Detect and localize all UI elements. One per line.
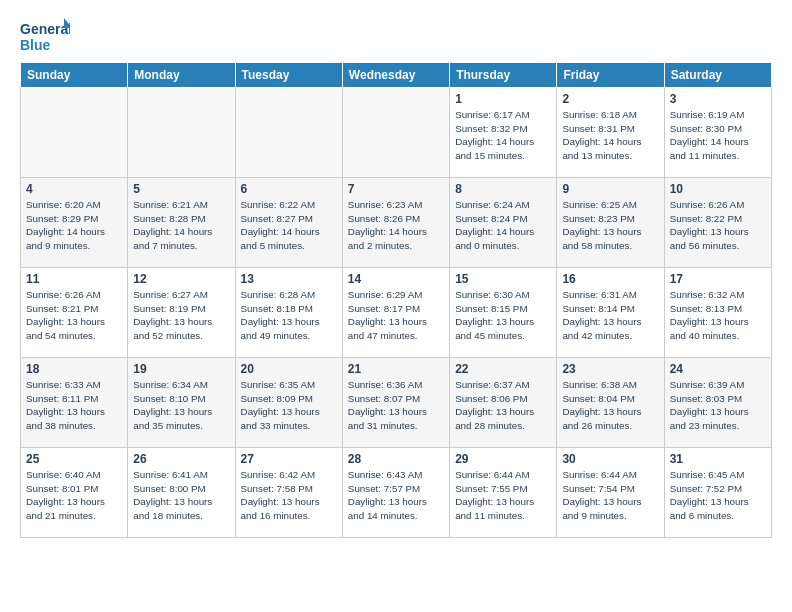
calendar-week-row: 1Sunrise: 6:17 AM Sunset: 8:32 PM Daylig… [21,88,772,178]
calendar-cell: 14Sunrise: 6:29 AM Sunset: 8:17 PM Dayli… [342,268,449,358]
calendar-cell: 27Sunrise: 6:42 AM Sunset: 7:58 PM Dayli… [235,448,342,538]
column-header-sunday: Sunday [21,63,128,88]
day-info: Sunrise: 6:24 AM Sunset: 8:24 PM Dayligh… [455,198,551,253]
day-info: Sunrise: 6:38 AM Sunset: 8:04 PM Dayligh… [562,378,658,433]
day-info: Sunrise: 6:25 AM Sunset: 8:23 PM Dayligh… [562,198,658,253]
day-number: 10 [670,182,766,196]
day-info: Sunrise: 6:28 AM Sunset: 8:18 PM Dayligh… [241,288,337,343]
day-info: Sunrise: 6:27 AM Sunset: 8:19 PM Dayligh… [133,288,229,343]
day-number: 12 [133,272,229,286]
day-info: Sunrise: 6:29 AM Sunset: 8:17 PM Dayligh… [348,288,444,343]
calendar-cell: 7Sunrise: 6:23 AM Sunset: 8:26 PM Daylig… [342,178,449,268]
logo-svg: General Blue [20,16,70,56]
calendar-cell: 22Sunrise: 6:37 AM Sunset: 8:06 PM Dayli… [450,358,557,448]
calendar-cell: 2Sunrise: 6:18 AM Sunset: 8:31 PM Daylig… [557,88,664,178]
calendar-cell: 21Sunrise: 6:36 AM Sunset: 8:07 PM Dayli… [342,358,449,448]
calendar-cell: 24Sunrise: 6:39 AM Sunset: 8:03 PM Dayli… [664,358,771,448]
calendar-cell: 3Sunrise: 6:19 AM Sunset: 8:30 PM Daylig… [664,88,771,178]
calendar-cell: 18Sunrise: 6:33 AM Sunset: 8:11 PM Dayli… [21,358,128,448]
day-info: Sunrise: 6:33 AM Sunset: 8:11 PM Dayligh… [26,378,122,433]
calendar-cell: 31Sunrise: 6:45 AM Sunset: 7:52 PM Dayli… [664,448,771,538]
calendar-cell [342,88,449,178]
calendar-week-row: 11Sunrise: 6:26 AM Sunset: 8:21 PM Dayli… [21,268,772,358]
day-number: 21 [348,362,444,376]
column-header-saturday: Saturday [664,63,771,88]
day-number: 7 [348,182,444,196]
calendar-cell [128,88,235,178]
day-number: 30 [562,452,658,466]
svg-text:Blue: Blue [20,37,51,53]
day-number: 9 [562,182,658,196]
day-info: Sunrise: 6:18 AM Sunset: 8:31 PM Dayligh… [562,108,658,163]
day-number: 4 [26,182,122,196]
day-number: 27 [241,452,337,466]
day-info: Sunrise: 6:42 AM Sunset: 7:58 PM Dayligh… [241,468,337,523]
day-number: 31 [670,452,766,466]
day-number: 15 [455,272,551,286]
day-info: Sunrise: 6:26 AM Sunset: 8:22 PM Dayligh… [670,198,766,253]
calendar-cell: 20Sunrise: 6:35 AM Sunset: 8:09 PM Dayli… [235,358,342,448]
day-number: 5 [133,182,229,196]
day-number: 26 [133,452,229,466]
column-header-wednesday: Wednesday [342,63,449,88]
calendar-cell [21,88,128,178]
calendar-cell: 5Sunrise: 6:21 AM Sunset: 8:28 PM Daylig… [128,178,235,268]
calendar-cell: 25Sunrise: 6:40 AM Sunset: 8:01 PM Dayli… [21,448,128,538]
calendar-cell: 17Sunrise: 6:32 AM Sunset: 8:13 PM Dayli… [664,268,771,358]
day-info: Sunrise: 6:26 AM Sunset: 8:21 PM Dayligh… [26,288,122,343]
page-header: General Blue [20,16,772,56]
svg-text:General: General [20,21,70,37]
day-info: Sunrise: 6:32 AM Sunset: 8:13 PM Dayligh… [670,288,766,343]
calendar-cell: 26Sunrise: 6:41 AM Sunset: 8:00 PM Dayli… [128,448,235,538]
column-header-thursday: Thursday [450,63,557,88]
day-info: Sunrise: 6:21 AM Sunset: 8:28 PM Dayligh… [133,198,229,253]
day-number: 11 [26,272,122,286]
day-info: Sunrise: 6:23 AM Sunset: 8:26 PM Dayligh… [348,198,444,253]
day-info: Sunrise: 6:20 AM Sunset: 8:29 PM Dayligh… [26,198,122,253]
logo: General Blue [20,16,70,56]
calendar-cell: 29Sunrise: 6:44 AM Sunset: 7:55 PM Dayli… [450,448,557,538]
calendar-cell: 9Sunrise: 6:25 AM Sunset: 8:23 PM Daylig… [557,178,664,268]
day-number: 22 [455,362,551,376]
day-info: Sunrise: 6:36 AM Sunset: 8:07 PM Dayligh… [348,378,444,433]
day-number: 20 [241,362,337,376]
day-info: Sunrise: 6:39 AM Sunset: 8:03 PM Dayligh… [670,378,766,433]
calendar-week-row: 25Sunrise: 6:40 AM Sunset: 8:01 PM Dayli… [21,448,772,538]
day-info: Sunrise: 6:31 AM Sunset: 8:14 PM Dayligh… [562,288,658,343]
calendar-cell: 19Sunrise: 6:34 AM Sunset: 8:10 PM Dayli… [128,358,235,448]
day-number: 18 [26,362,122,376]
day-number: 16 [562,272,658,286]
calendar-cell: 4Sunrise: 6:20 AM Sunset: 8:29 PM Daylig… [21,178,128,268]
day-number: 28 [348,452,444,466]
day-info: Sunrise: 6:34 AM Sunset: 8:10 PM Dayligh… [133,378,229,433]
day-info: Sunrise: 6:22 AM Sunset: 8:27 PM Dayligh… [241,198,337,253]
day-number: 25 [26,452,122,466]
day-number: 19 [133,362,229,376]
day-info: Sunrise: 6:45 AM Sunset: 7:52 PM Dayligh… [670,468,766,523]
day-number: 1 [455,92,551,106]
column-header-friday: Friday [557,63,664,88]
day-number: 6 [241,182,337,196]
calendar-cell: 8Sunrise: 6:24 AM Sunset: 8:24 PM Daylig… [450,178,557,268]
calendar-cell: 6Sunrise: 6:22 AM Sunset: 8:27 PM Daylig… [235,178,342,268]
calendar-cell: 16Sunrise: 6:31 AM Sunset: 8:14 PM Dayli… [557,268,664,358]
day-number: 29 [455,452,551,466]
day-info: Sunrise: 6:41 AM Sunset: 8:00 PM Dayligh… [133,468,229,523]
day-info: Sunrise: 6:19 AM Sunset: 8:30 PM Dayligh… [670,108,766,163]
day-number: 8 [455,182,551,196]
calendar-week-row: 18Sunrise: 6:33 AM Sunset: 8:11 PM Dayli… [21,358,772,448]
calendar-cell: 28Sunrise: 6:43 AM Sunset: 7:57 PM Dayli… [342,448,449,538]
calendar-body: 1Sunrise: 6:17 AM Sunset: 8:32 PM Daylig… [21,88,772,538]
day-number: 14 [348,272,444,286]
column-header-monday: Monday [128,63,235,88]
calendar-header-row: SundayMondayTuesdayWednesdayThursdayFrid… [21,63,772,88]
day-info: Sunrise: 6:44 AM Sunset: 7:55 PM Dayligh… [455,468,551,523]
day-info: Sunrise: 6:40 AM Sunset: 8:01 PM Dayligh… [26,468,122,523]
day-number: 23 [562,362,658,376]
calendar-cell: 15Sunrise: 6:30 AM Sunset: 8:15 PM Dayli… [450,268,557,358]
calendar-week-row: 4Sunrise: 6:20 AM Sunset: 8:29 PM Daylig… [21,178,772,268]
calendar-cell: 1Sunrise: 6:17 AM Sunset: 8:32 PM Daylig… [450,88,557,178]
calendar-cell [235,88,342,178]
day-info: Sunrise: 6:35 AM Sunset: 8:09 PM Dayligh… [241,378,337,433]
day-number: 2 [562,92,658,106]
